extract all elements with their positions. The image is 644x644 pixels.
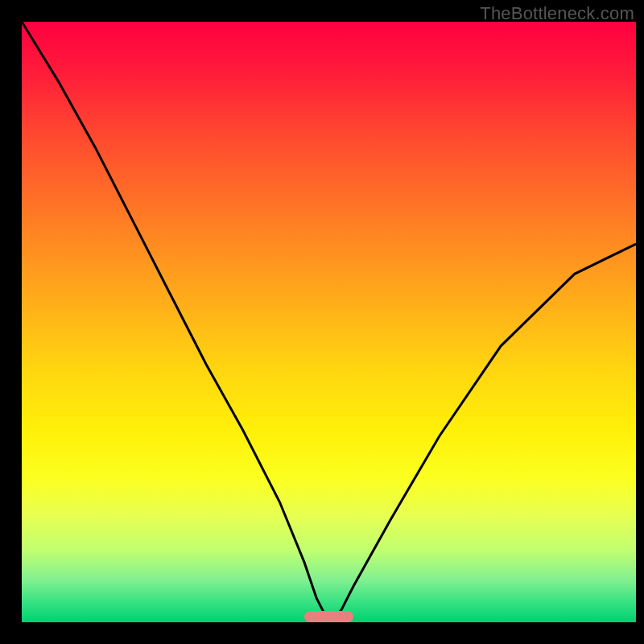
optimal-range-marker (304, 611, 353, 622)
chart-plot-area (22, 22, 636, 622)
bottleneck-curve (22, 22, 636, 622)
watermark-text: TheBottleneck.com (480, 3, 634, 24)
